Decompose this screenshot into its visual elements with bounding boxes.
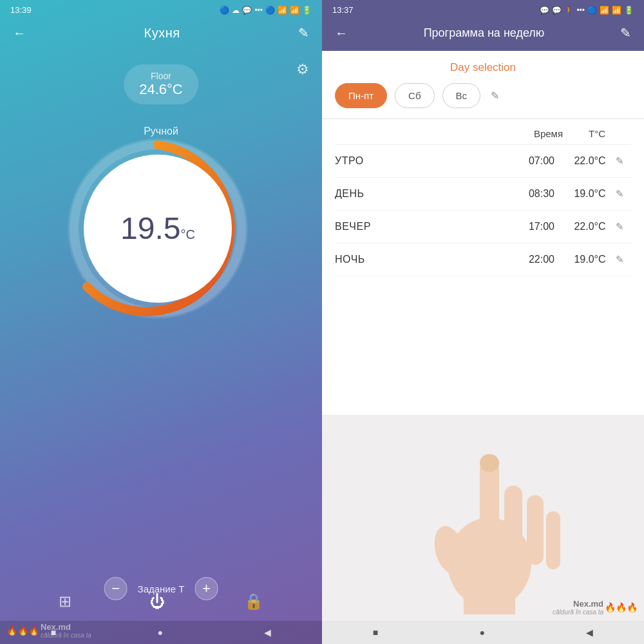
power-icon[interactable]: ⏻ xyxy=(150,592,166,611)
svg-rect-3 xyxy=(480,460,499,544)
right-back-button[interactable] xyxy=(335,26,348,41)
dial-inner: 19.5°C xyxy=(84,155,232,303)
schedule-temp: 22.0°С xyxy=(564,221,616,232)
period-label: УТРО xyxy=(335,155,519,167)
main-temperature: 19.5°C xyxy=(120,213,195,244)
time-column-header: Время xyxy=(534,128,563,139)
bottom-navigation: ⏻ xyxy=(0,585,322,618)
svg-rect-5 xyxy=(527,495,544,565)
android-square-btn[interactable]: ■ xyxy=(51,627,56,638)
floor-temp: 24.6°C xyxy=(139,81,183,98)
right-edit-icon[interactable] xyxy=(620,25,631,41)
schedule-row: УТРО 07:00 22.0°С xyxy=(335,145,631,178)
left-status-icons: 🔵 ☁ 💬 ••• 🔵 📶 📶 🔋 xyxy=(220,6,312,15)
row-edit-icon[interactable] xyxy=(616,221,631,232)
android-back-btn[interactable]: ◀ xyxy=(264,627,271,638)
schedule-time: 07:00 xyxy=(519,155,564,167)
right-android-nav: ■ ● ◀ xyxy=(322,621,644,644)
schedule-container: Время Т°С УТРО 07:00 22.0°С ДЕНЬ 08:30 1… xyxy=(322,119,644,415)
day-btn-sunday[interactable]: Вс xyxy=(442,83,481,108)
right-top-nav: Программа на неделю xyxy=(322,20,644,51)
days-edit-icon[interactable] xyxy=(491,90,499,102)
schedule-time: 08:30 xyxy=(519,188,564,200)
settings-icon[interactable] xyxy=(296,61,309,78)
edit-icon[interactable] xyxy=(298,25,309,41)
period-label: НОЧЬ xyxy=(335,254,519,265)
schedule-row: ДЕНЬ 08:30 19.0°С xyxy=(335,178,631,211)
left-top-nav: Кухня xyxy=(0,20,322,48)
left-status-bar: 13:39 🔵 ☁ 💬 ••• 🔵 📶 📶 🔋 xyxy=(0,0,322,20)
mode-label: Ручной xyxy=(144,126,178,137)
svg-rect-6 xyxy=(546,511,560,569)
day-btn-saturday[interactable]: Сб xyxy=(395,83,434,108)
period-label: ВЕЧЕР xyxy=(335,221,519,232)
day-btn-weekdays[interactable]: Пн-пт xyxy=(335,83,387,108)
day-selection-section: Day selection Пн-пт Сб Вс xyxy=(322,51,644,119)
floor-badge: Floor 24.6°C xyxy=(124,64,198,104)
right-time: 13:37 xyxy=(332,5,354,15)
floor-label: Floor xyxy=(139,71,183,81)
left-time: 13:39 xyxy=(10,5,32,15)
day-buttons: Пн-пт Сб Вс xyxy=(335,83,631,108)
grid-icon[interactable] xyxy=(59,592,71,611)
row-edit-icon[interactable] xyxy=(616,254,631,265)
page-title: Кухня xyxy=(144,26,180,41)
schedule-temp: 19.0°С xyxy=(564,254,616,265)
right-android-home-btn[interactable]: ● xyxy=(479,627,484,638)
schedule-time: 22:00 xyxy=(519,254,564,265)
svg-rect-4 xyxy=(504,486,522,560)
right-android-back-btn[interactable]: ◀ xyxy=(586,627,593,638)
left-panel: 13:39 🔵 ☁ 💬 ••• 🔵 📶 📶 🔋 Кухня Floor 24.6… xyxy=(0,0,322,644)
period-label: ДЕНЬ xyxy=(335,188,519,200)
row-edit-icon[interactable] xyxy=(616,155,631,167)
dial-outer-ring: 19.5°C xyxy=(68,138,248,319)
thermostat-dial: 19.5°C xyxy=(68,138,254,325)
right-panel: 13:37 💬 💬 🚶 ••• 🔵 📶 📶 🔋 Программа на нед… xyxy=(322,0,644,644)
right-status-icons: 💬 💬 🚶 ••• 🔵 📶 📶 🔋 xyxy=(540,6,634,15)
schedule-row: ВЕЧЕР 17:00 22.0°С xyxy=(335,211,631,243)
hand-svg xyxy=(380,421,586,614)
schedule-temp: 19.0°С xyxy=(564,188,616,200)
back-button[interactable] xyxy=(13,26,26,41)
android-home-btn[interactable]: ● xyxy=(157,627,162,638)
schedule-row: НОЧЬ 22:00 19.0°С xyxy=(335,243,631,276)
right-status-bar: 13:37 💬 💬 🚶 ••• 🔵 📶 📶 🔋 xyxy=(322,0,644,20)
left-android-nav: ■ ● ◀ xyxy=(0,621,322,644)
schedule-temp: 22.0°С xyxy=(564,155,616,167)
svg-point-7 xyxy=(480,454,499,472)
schedule-header: Время Т°С xyxy=(335,119,631,145)
day-selection-title: Day selection xyxy=(335,61,631,74)
schedule-time: 17:00 xyxy=(519,221,564,232)
temp-column-header: Т°С xyxy=(589,128,605,139)
lock-icon[interactable] xyxy=(244,592,263,611)
hand-illustration xyxy=(322,415,644,621)
right-android-square-btn[interactable]: ■ xyxy=(373,627,378,638)
right-page-title: Программа на неделю xyxy=(348,26,620,40)
row-edit-icon[interactable] xyxy=(616,188,631,200)
svg-rect-8 xyxy=(464,598,515,614)
right-watermark: Nex.md căldură în casa ta 🔥🔥🔥 xyxy=(553,599,638,616)
